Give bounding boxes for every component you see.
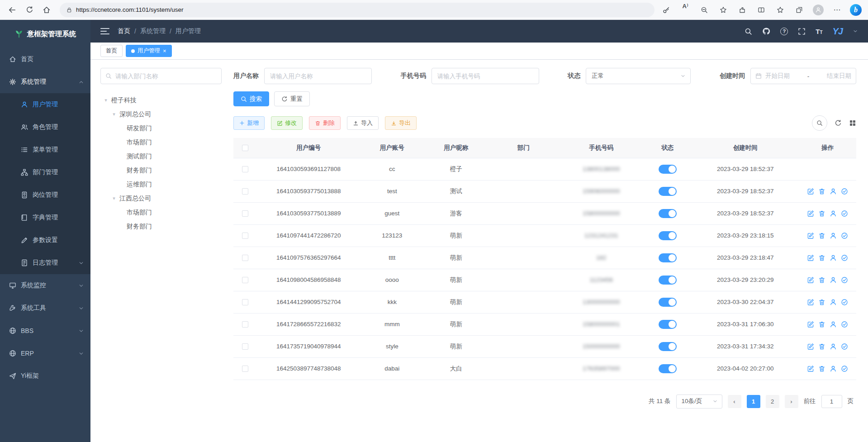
select-all-checkbox[interactable] [242, 145, 248, 151]
tree-node[interactable]: 财务部门 [100, 219, 222, 233]
status-toggle[interactable] [659, 342, 677, 351]
status-toggle[interactable] [659, 364, 677, 373]
sidebar-item-system-monitor[interactable]: 系统监控 [0, 274, 90, 297]
tree-node[interactable]: 测试部门 [100, 149, 222, 163]
row-checkbox[interactable] [242, 343, 248, 350]
reset-password-icon[interactable] [830, 276, 837, 284]
zoom-out-button[interactable] [698, 3, 711, 17]
sidebar-item-log-management[interactable]: 日志管理 [0, 252, 90, 274]
browser-back-button[interactable] [5, 3, 20, 17]
edit-row-icon[interactable] [807, 299, 814, 306]
phone-input[interactable] [432, 68, 539, 84]
sidebar-item-erp[interactable]: ERP [0, 342, 90, 365]
chevron-down-icon[interactable] [853, 29, 858, 34]
assign-role-icon[interactable] [841, 232, 848, 239]
reset-password-icon[interactable] [830, 299, 837, 306]
status-select[interactable]: 正常 [586, 68, 691, 84]
delete-row-icon[interactable] [818, 210, 825, 217]
close-icon[interactable]: × [163, 48, 166, 54]
sidebar-item-role-management[interactable]: 角色管理 [0, 116, 90, 138]
extensions-button[interactable] [736, 3, 749, 17]
bing-copilot-button[interactable]: b [850, 4, 862, 16]
font-size-icon[interactable]: TT [816, 28, 822, 35]
assign-role-icon[interactable] [841, 188, 848, 195]
status-toggle[interactable] [659, 253, 677, 262]
user-logo[interactable]: YJ [833, 26, 843, 37]
status-toggle[interactable] [659, 187, 677, 196]
tree-node[interactable]: 市场部门 [100, 135, 222, 149]
reset-password-icon[interactable] [830, 254, 837, 261]
split-screen-button[interactable] [755, 3, 768, 17]
delete-row-icon[interactable] [818, 276, 825, 284]
tree-node[interactable]: 市场部门 [100, 205, 222, 219]
sidebar-item-parameter-settings[interactable]: 参数设置 [0, 229, 90, 252]
sidebar-item-system-management[interactable]: 系统管理 [0, 71, 90, 93]
row-checkbox[interactable] [242, 277, 248, 283]
caret-down-icon[interactable]: ▾ [111, 111, 117, 117]
assign-role-icon[interactable] [841, 321, 848, 328]
column-settings-button[interactable] [849, 119, 856, 127]
status-toggle[interactable] [659, 320, 677, 329]
reset-password-icon[interactable] [830, 343, 837, 350]
browser-refresh-button[interactable] [22, 3, 37, 17]
goto-page-input[interactable] [821, 395, 842, 408]
assign-role-icon[interactable] [841, 254, 848, 261]
delete-row-icon[interactable] [818, 254, 825, 261]
help-icon[interactable]: ? [780, 28, 788, 35]
tree-node[interactable]: ▾深圳总公司 [100, 107, 222, 121]
edit-row-icon[interactable] [807, 321, 814, 328]
sidebar-item-bbs[interactable]: BBS [0, 319, 90, 342]
tab-home[interactable]: 首页 [100, 45, 123, 57]
github-icon[interactable] [762, 27, 770, 35]
collections-button[interactable] [793, 3, 806, 17]
row-checkbox[interactable] [242, 188, 248, 195]
delete-button[interactable]: 删除 [309, 116, 341, 130]
row-checkbox[interactable] [242, 366, 248, 372]
row-checkbox[interactable] [242, 299, 248, 305]
edit-row-icon[interactable] [807, 254, 814, 261]
reset-password-icon[interactable] [830, 365, 837, 372]
page-size-select[interactable]: 10条/页 [676, 394, 722, 409]
sidebar-item-home[interactable]: 首页 [0, 48, 90, 71]
breadcrumb-home[interactable]: 首页 [118, 27, 130, 35]
address-bar[interactable]: https://ccnetcore.com:1101/system/user [60, 3, 655, 17]
sidebar-item-user-management[interactable]: 用户管理 [0, 93, 90, 116]
tab-user-management[interactable]: 用户管理 × [126, 45, 172, 57]
row-checkbox[interactable] [242, 255, 248, 261]
favorites-button[interactable] [774, 3, 787, 17]
department-search-input[interactable] [115, 73, 217, 80]
search-icon[interactable] [745, 28, 752, 35]
delete-row-icon[interactable] [818, 321, 825, 328]
assign-role-icon[interactable] [841, 210, 848, 217]
search-button[interactable]: 搜索 [233, 91, 269, 106]
toggle-search-button[interactable] [812, 115, 827, 131]
status-toggle[interactable] [659, 231, 677, 240]
page-button-1[interactable]: 1 [747, 395, 760, 408]
reset-password-icon[interactable] [830, 210, 837, 217]
caret-down-icon[interactable]: ▾ [111, 195, 117, 201]
edit-row-icon[interactable] [807, 365, 814, 372]
password-key-button[interactable] [660, 3, 673, 17]
browser-menu-button[interactable]: ⋯ [831, 3, 844, 17]
read-aloud-button[interactable]: A) [679, 3, 692, 17]
sidebar-item-dictionary-management[interactable]: 字典管理 [0, 206, 90, 229]
browser-home-button[interactable] [39, 3, 54, 17]
sidebar-item-department-management[interactable]: 部门管理 [0, 161, 90, 184]
edit-button[interactable]: 修改 [271, 116, 303, 130]
next-page-button[interactable]: › [785, 395, 798, 408]
sidebar-item-system-tools[interactable]: 系统工具 [0, 297, 90, 319]
export-button[interactable]: 导出 [385, 116, 417, 130]
refresh-table-button[interactable] [835, 119, 842, 127]
delete-row-icon[interactable] [818, 365, 825, 372]
row-checkbox[interactable] [242, 210, 248, 217]
reset-password-icon[interactable] [830, 188, 837, 195]
delete-row-icon[interactable] [818, 343, 825, 350]
delete-row-icon[interactable] [818, 299, 825, 306]
assign-role-icon[interactable] [841, 276, 848, 284]
edit-row-icon[interactable] [807, 232, 814, 239]
tree-node[interactable]: ▾江西总公司 [100, 191, 222, 205]
import-button[interactable]: 导入 [347, 116, 379, 130]
date-range-picker[interactable]: 开始日期 - 结束日期 [750, 68, 856, 84]
status-toggle[interactable] [659, 298, 677, 307]
edit-row-icon[interactable] [807, 210, 814, 217]
